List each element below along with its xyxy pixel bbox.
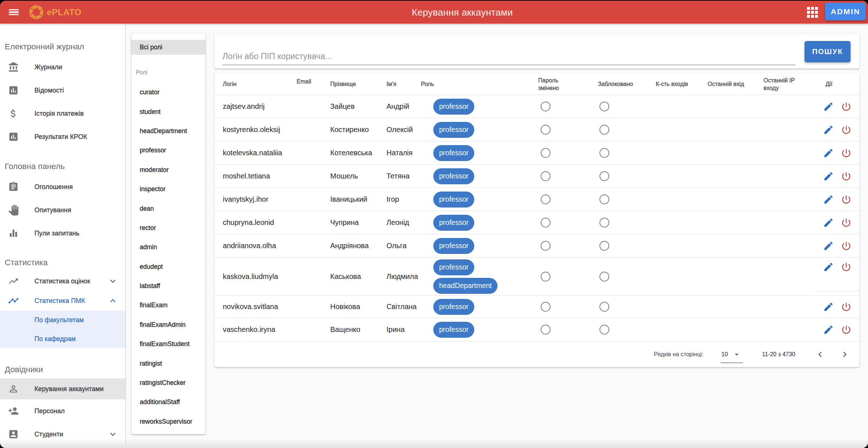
sidebar-item-question-pools[interactable]: Пули запитань bbox=[0, 222, 125, 245]
deactivate-icon[interactable] bbox=[841, 124, 852, 135]
blocked-radio[interactable] bbox=[599, 194, 609, 204]
chevron-up-icon[interactable] bbox=[107, 295, 118, 306]
chevron-down-icon[interactable] bbox=[107, 276, 118, 287]
role-item-additionalstaff[interactable]: additionalStaff bbox=[131, 392, 205, 412]
table-row[interactable]: zajtsev.andrij Зайцев Андрій professor bbox=[214, 95, 859, 118]
edit-icon[interactable] bbox=[823, 124, 834, 135]
sidebar-subitem-by-faculties[interactable]: По факультетам bbox=[0, 311, 125, 329]
blocked-radio[interactable] bbox=[599, 325, 609, 334]
sidebar-item-account-management[interactable]: Керування аккаунтами bbox=[0, 378, 125, 399]
table-row[interactable]: kaskova.liudmyla Каськова Людмила profes… bbox=[214, 257, 859, 295]
sidebar-item-announcements[interactable]: Оголошення bbox=[0, 175, 125, 198]
col-header-role[interactable]: Роль bbox=[416, 80, 530, 88]
blocked-radio[interactable] bbox=[599, 102, 609, 111]
table-row[interactable]: vaschenko.iryna Ващенко Ірина professor bbox=[214, 318, 859, 341]
col-header-last-ip[interactable]: Останній IP входу bbox=[753, 77, 815, 92]
blocked-radio[interactable] bbox=[599, 148, 609, 158]
blocked-radio[interactable] bbox=[599, 171, 609, 181]
col-header-blocked[interactable]: Заблоковано bbox=[588, 80, 646, 88]
sidebar-subitem-by-departments[interactable]: По кафедрам bbox=[0, 329, 125, 348]
rows-per-page-select[interactable]: 10 bbox=[721, 346, 743, 363]
role-item-inspector[interactable]: inspector bbox=[131, 180, 205, 199]
table-row[interactable]: andriianova.olha Андріянова Ольга profes… bbox=[214, 234, 859, 257]
deactivate-icon[interactable] bbox=[841, 194, 852, 205]
role-item-student[interactable]: student bbox=[131, 102, 205, 121]
edit-icon[interactable] bbox=[823, 324, 834, 335]
table-row[interactable]: moshel.tetiana Мошель Тетяна professor bbox=[214, 164, 859, 188]
blocked-radio[interactable] bbox=[599, 218, 609, 227]
col-header-email[interactable]: Email bbox=[279, 78, 328, 85]
blocked-radio[interactable] bbox=[599, 272, 609, 281]
sidebar-item-students[interactable]: Студенти bbox=[0, 423, 125, 446]
deactivate-icon[interactable] bbox=[841, 171, 852, 182]
edit-icon[interactable] bbox=[823, 301, 834, 312]
search-input[interactable] bbox=[222, 48, 795, 65]
deactivate-icon[interactable] bbox=[841, 262, 852, 272]
role-item-curator[interactable]: curator bbox=[131, 83, 205, 102]
password-changed-radio[interactable] bbox=[541, 218, 550, 227]
role-item-rector[interactable]: rector bbox=[131, 218, 205, 238]
role-item-moderator[interactable]: moderator bbox=[131, 160, 205, 180]
sidebar-item-payments[interactable]: Історія платежів bbox=[0, 102, 125, 125]
previous-page-icon[interactable] bbox=[815, 349, 826, 360]
sidebar-item-surveys[interactable]: Опитування bbox=[0, 198, 125, 222]
deactivate-icon[interactable] bbox=[841, 148, 852, 159]
role-item-professor[interactable]: professor bbox=[131, 141, 205, 160]
sidebar-item-vidomosti[interactable]: Відомості bbox=[0, 79, 125, 102]
deactivate-icon[interactable] bbox=[841, 101, 852, 112]
blocked-radio[interactable] bbox=[599, 125, 609, 135]
edit-icon[interactable] bbox=[823, 262, 834, 272]
role-item-finalexamstudent[interactable]: finalExamStudent bbox=[131, 334, 205, 354]
col-header-surname[interactable]: Прізвище bbox=[328, 80, 382, 88]
next-page-icon[interactable] bbox=[839, 349, 850, 360]
search-button[interactable]: ПОШУК bbox=[804, 41, 851, 62]
table-row[interactable]: ivanytskyj.ihor Іваницький Ігор professo… bbox=[214, 188, 859, 211]
sidebar-item-grade-stats[interactable]: Статистика оцінок bbox=[0, 271, 125, 291]
roles-filter-all[interactable]: Всі ролі bbox=[131, 40, 205, 55]
apps-grid-icon[interactable] bbox=[807, 7, 818, 18]
col-header-last-login[interactable]: Останній вхід bbox=[699, 80, 753, 88]
deactivate-icon[interactable] bbox=[841, 217, 852, 228]
sidebar-item-pmk-stats[interactable]: Статистика ПМК bbox=[0, 291, 125, 311]
col-header-password-changed[interactable]: Пароль змінено bbox=[530, 77, 588, 92]
col-header-login[interactable]: Логін bbox=[214, 80, 279, 88]
role-item-headdepartment[interactable]: headDepartment bbox=[131, 122, 205, 141]
edit-icon[interactable] bbox=[823, 171, 834, 182]
col-header-name[interactable]: Ім'я bbox=[382, 80, 416, 88]
password-changed-radio[interactable] bbox=[541, 194, 550, 204]
role-item-edudept[interactable]: edudept bbox=[131, 257, 205, 276]
password-changed-radio[interactable] bbox=[541, 148, 550, 158]
role-item-reworkssupervisor[interactable]: reworksSupervisor bbox=[131, 412, 205, 431]
sidebar-item-journals[interactable]: Журнали bbox=[0, 56, 125, 79]
sidebar-item-personnel[interactable]: Персонал bbox=[0, 399, 125, 423]
password-changed-radio[interactable] bbox=[541, 102, 550, 111]
table-row[interactable]: novikova.svitlana Новікова Світлана prof… bbox=[214, 295, 859, 318]
password-changed-radio[interactable] bbox=[541, 171, 550, 181]
blocked-radio[interactable] bbox=[599, 241, 609, 251]
sidebar-item-krok[interactable]: Результати КРОК bbox=[0, 125, 125, 148]
role-item-ratingist[interactable]: ratingist bbox=[131, 354, 205, 373]
col-header-login-count[interactable]: К-сть входів bbox=[646, 80, 699, 88]
table-row[interactable]: kotelevska.nataliia Котелевська Наталія … bbox=[214, 141, 859, 164]
admin-button[interactable]: ADMIN bbox=[825, 3, 866, 20]
table-row[interactable]: kostyrenko.oleksij Костиренко Олексій pr… bbox=[214, 118, 859, 141]
deactivate-icon[interactable] bbox=[841, 301, 852, 312]
password-changed-radio[interactable] bbox=[541, 125, 550, 135]
menu-icon[interactable] bbox=[9, 9, 19, 15]
role-item-dean[interactable]: dean bbox=[131, 199, 205, 218]
edit-icon[interactable] bbox=[823, 148, 834, 159]
blocked-radio[interactable] bbox=[599, 302, 609, 312]
chevron-down-icon[interactable] bbox=[107, 429, 118, 440]
edit-icon[interactable] bbox=[823, 101, 834, 112]
role-item-finalexamadmin[interactable]: finalExamAdmin bbox=[131, 315, 205, 334]
table-row[interactable]: chupryna.leonid Чуприна Леонід professor bbox=[214, 211, 859, 234]
role-item-finalexam[interactable]: finalExam bbox=[131, 296, 205, 315]
role-item-admin[interactable]: admin bbox=[131, 238, 205, 257]
edit-icon[interactable] bbox=[823, 241, 834, 251]
password-changed-radio[interactable] bbox=[541, 241, 550, 251]
deactivate-icon[interactable] bbox=[841, 241, 852, 251]
password-changed-radio[interactable] bbox=[541, 325, 550, 334]
role-item-labstaff[interactable]: labstaff bbox=[131, 276, 205, 296]
deactivate-icon[interactable] bbox=[841, 324, 852, 335]
edit-icon[interactable] bbox=[823, 217, 834, 228]
